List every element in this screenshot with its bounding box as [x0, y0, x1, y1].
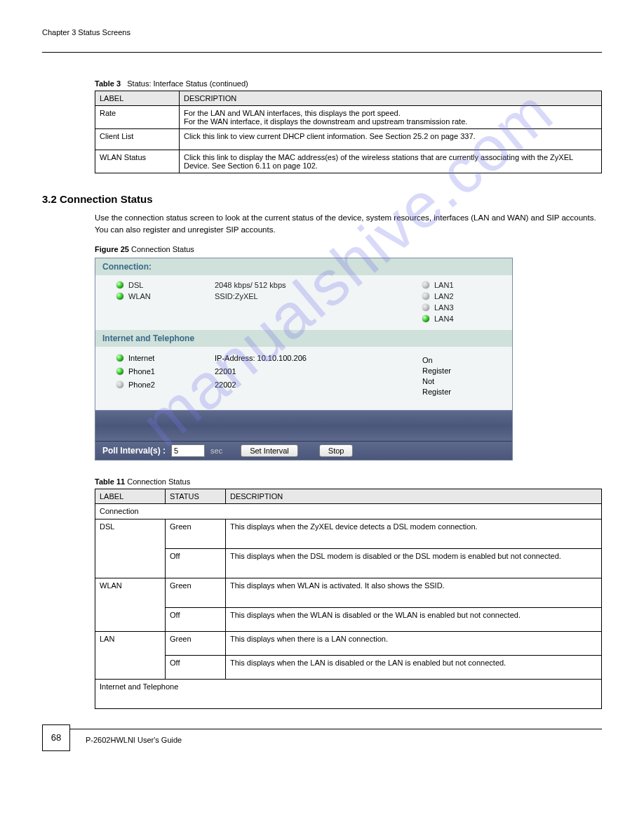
- status-on: On: [422, 355, 499, 366]
- lan2-label: LAN2: [434, 292, 454, 300]
- ip-address: IP-Address: 10.10.100.206: [215, 354, 376, 362]
- cell-desc: This displays when there is a LAN connec…: [226, 631, 602, 655]
- table-row: Off This displays when the DSL modem is …: [95, 548, 602, 578]
- cell-desc: This displays when WLAN is activated. It…: [226, 578, 602, 607]
- phone2-label: Phone2: [128, 380, 155, 389]
- figure-caption-text: Connection Status: [131, 245, 194, 253]
- cell-green: Green: [166, 578, 226, 607]
- section-heading: 3.2 Connection Status: [42, 193, 602, 205]
- cell-connection: Connection: [95, 503, 602, 519]
- connection-body: DSL WLAN 2048 kbps/ 512 kbps SSID:ZyXEL …: [95, 275, 512, 330]
- table11: LABEL STATUS DESCRIPTION Connection DSL …: [95, 489, 602, 709]
- dsl-label: DSL: [128, 281, 143, 289]
- cell-dsl: DSL: [95, 519, 166, 578]
- table3: LABEL DESCRIPTION Rate For the LAN and W…: [95, 91, 602, 173]
- section-title-internet: Internet and Telephone: [95, 330, 512, 347]
- table-row: Rate For the LAN and WLAN interfaces, th…: [95, 106, 602, 129]
- cell-desc: Click this link to view current DHCP cli…: [180, 129, 602, 150]
- table3-caption-bold: Table 3: [95, 79, 127, 88]
- phone2-number: 22002: [215, 380, 376, 389]
- table-row: WLAN Status Click this link to display t…: [95, 150, 602, 173]
- table3-header-label: LABEL: [95, 91, 180, 106]
- table-row: Off This displays when the LAN is disabl…: [95, 655, 602, 679]
- table-row: Off This displays when the WLAN is disab…: [95, 607, 602, 631]
- header-rule: [42, 52, 602, 53]
- set-interval-button[interactable]: Set Interval: [241, 444, 298, 457]
- footer-text: P-2602HWLNI User's Guide: [86, 736, 182, 744]
- lan3-led-icon: [422, 304, 429, 311]
- table3-header-desc: DESCRIPTION: [180, 91, 602, 106]
- connection-status-panel: Connection: DSL WLAN 2048 kbps/ 512 kbps…: [95, 258, 513, 460]
- status-not: Not: [422, 376, 499, 387]
- phone1-label: Phone1: [128, 367, 155, 376]
- cell-off: Off: [166, 548, 226, 578]
- cell-label: WLAN Status: [95, 150, 180, 173]
- cell-label: Rate: [95, 106, 180, 129]
- status-register2: Register: [422, 387, 499, 397]
- cell-desc: Click this link to display the MAC addre…: [180, 150, 602, 173]
- cell-label: Client List: [95, 129, 180, 150]
- table11-header-status: STATUS: [166, 489, 226, 503]
- dsl-led-icon: [116, 282, 123, 289]
- lan4-label: LAN4: [434, 315, 454, 323]
- poll-interval-input[interactable]: [171, 444, 205, 457]
- phone1-led-icon: [116, 368, 123, 375]
- lan3-label: LAN3: [434, 303, 454, 312]
- section-text: Use the connection status screen to look…: [95, 212, 602, 235]
- page-header: Chapter 3 Status Screens: [42, 28, 602, 37]
- table-row: Internet and Telephone: [95, 679, 602, 708]
- cell-desc: For the LAN and WLAN interfaces, this di…: [180, 106, 602, 129]
- lan1-led-icon: [422, 282, 429, 289]
- chapter-label: Chapter 3 Status Screens: [42, 28, 130, 37]
- internet-label: Internet: [128, 354, 154, 362]
- page-footer: 68 P-2602HWLNI User's Guide: [42, 729, 602, 751]
- cell-desc: This displays when the WLAN is disabled …: [226, 607, 602, 631]
- poll-bar: Poll Interval(s) : sec Set Interval Stop: [95, 442, 512, 460]
- internet-body: Internet Phone1 Phone2 IP-Address: 10.10…: [95, 347, 512, 409]
- cell-off: Off: [166, 607, 226, 631]
- cell-internet-telephone: Internet and Telephone: [95, 679, 602, 708]
- table-row: Client List Click this link to view curr…: [95, 129, 602, 150]
- stop-button[interactable]: Stop: [319, 444, 354, 457]
- dsl-rate: 2048 kbps/ 512 kbps: [215, 281, 376, 289]
- table11-caption-prefix: Table 11: [95, 477, 127, 486]
- lan1-label: LAN1: [434, 281, 454, 289]
- poll-label: Poll Interval(s) :: [102, 446, 166, 456]
- lan2-led-icon: [422, 293, 429, 300]
- cell-off: Off: [166, 655, 226, 679]
- table11-header-desc: DESCRIPTION: [226, 489, 602, 503]
- table3-caption-text: Status: Interface Status (continued): [127, 79, 248, 88]
- cell-desc: This displays when the LAN is disabled o…: [226, 655, 602, 679]
- cell-lan: LAN: [95, 631, 166, 679]
- page-number: 68: [42, 724, 70, 751]
- table-row: WLAN Green This displays when WLAN is ac…: [95, 578, 602, 607]
- table3-caption: Table 3 Status: Interface Status (contin…: [95, 79, 602, 88]
- cell-desc: This displays when the ZyXEL device dete…: [226, 519, 602, 548]
- lan4-led-icon: [422, 315, 429, 322]
- decorative-band: [95, 410, 512, 442]
- table-row: Connection: [95, 503, 602, 519]
- status-register1: Register: [422, 366, 499, 376]
- cell-green: Green: [166, 631, 226, 655]
- figure-caption-num: Figure 25: [95, 245, 131, 253]
- figure-caption: Figure 25 Connection Status: [95, 245, 602, 253]
- table11-caption-text: Connection Status: [127, 477, 190, 486]
- table-row: LAN Green This displays when there is a …: [95, 631, 602, 655]
- section-title-connection: Connection:: [95, 258, 512, 275]
- phone2-led-icon: [116, 381, 123, 388]
- table11-header-label: LABEL: [95, 489, 166, 503]
- cell-green: Green: [166, 519, 226, 548]
- poll-unit: sec: [210, 446, 222, 455]
- wlan-led-icon: [116, 293, 123, 300]
- wlan-ssid: SSID:ZyXEL: [215, 292, 376, 300]
- cell-wlan: WLAN: [95, 578, 166, 631]
- table11-caption: Table 11 Connection Status: [95, 477, 602, 486]
- table-row: DSL Green This displays when the ZyXEL d…: [95, 519, 602, 548]
- internet-led-icon: [116, 355, 123, 362]
- wlan-label: WLAN: [128, 292, 151, 300]
- cell-desc: This displays when the DSL modem is disa…: [226, 548, 602, 578]
- phone1-number: 22001: [215, 367, 376, 376]
